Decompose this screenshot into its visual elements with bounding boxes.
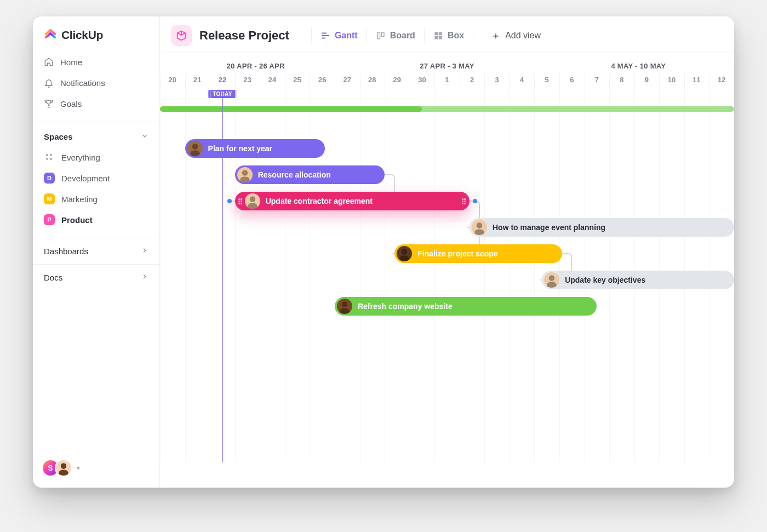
avatar (55, 459, 72, 477)
week-row: 20 APR - 26 APR27 APR - 3 MAY4 MAY - 10 … (160, 53, 734, 73)
gantt-task-bar[interactable]: Refresh company website (335, 297, 597, 316)
day-label: 20 (160, 73, 185, 90)
space-badge-icon: M (44, 193, 55, 204)
day-label: 7 (585, 73, 610, 90)
svg-rect-10 (434, 36, 438, 39)
svg-rect-13 (190, 151, 200, 157)
resize-handle-icon[interactable] (238, 197, 243, 205)
day-label: 11 (684, 73, 709, 90)
brand-logo-icon (44, 28, 57, 42)
nav-notifications[interactable]: Notifications (37, 72, 155, 93)
gantt-task-bar[interactable]: How to manage event planning (470, 218, 734, 237)
day-label: 28 (360, 73, 385, 90)
gantt-task-bar[interactable]: Plan for next year (185, 139, 325, 158)
gantt-task-bar[interactable]: Update key objectives (542, 271, 734, 289)
svg-rect-6 (377, 32, 380, 39)
nav-home[interactable]: Home (37, 52, 155, 72)
nav-goals[interactable]: Goals (37, 93, 155, 114)
gantt-task-bar[interactable]: Resource allocation (235, 165, 385, 184)
project-badge-icon (171, 25, 192, 46)
week-label: 27 APR - 3 MAY (351, 59, 542, 73)
svg-rect-11 (439, 36, 442, 39)
space-marketing[interactable]: M Marketing (37, 188, 155, 209)
sidebar: ClickUp Home Notifications Goals (33, 16, 160, 488)
chevron-right-icon (141, 247, 148, 256)
timeline-header: 20 APR - 26 APR27 APR - 3 MAY4 MAY - 10 … (160, 53, 734, 90)
add-view-label: Add view (505, 31, 541, 41)
sidebar-docs[interactable]: Docs (33, 264, 159, 290)
space-label: Marketing (61, 195, 98, 204)
day-label: 4 (510, 73, 535, 90)
day-label: 12 (709, 73, 734, 90)
dependency-handle-icon[interactable] (473, 199, 477, 203)
divider (311, 28, 312, 43)
bell-icon (44, 78, 54, 88)
task-label: Update key objectives (565, 276, 645, 284)
svg-point-16 (249, 196, 255, 202)
svg-rect-9 (439, 32, 442, 35)
tab-board[interactable]: Board (376, 31, 415, 41)
dependency-handle-icon[interactable] (227, 199, 232, 203)
day-label: 6 (559, 73, 585, 90)
day-label: 21 (185, 73, 210, 90)
brand-logo[interactable]: ClickUp (33, 16, 159, 49)
day-label: 27 (335, 73, 360, 90)
divider (424, 28, 425, 43)
day-label: 8 (609, 73, 634, 90)
row-label: Docs (44, 273, 62, 282)
home-icon (44, 57, 54, 67)
svg-rect-5 (59, 470, 68, 476)
gantt-chart-area[interactable]: Plan for next yearResource allocationUpd… (160, 90, 734, 462)
day-label: 26 (310, 73, 335, 90)
svg-rect-17 (248, 203, 257, 209)
divider (473, 28, 473, 43)
nav-label: Home (60, 58, 82, 67)
day-label: 10 (659, 73, 684, 90)
gantt-chart[interactable]: 20 APR - 26 APR27 APR - 3 MAY4 MAY - 10 … (160, 53, 734, 488)
svg-point-1 (50, 155, 51, 156)
nav-label: Goals (60, 99, 82, 108)
gantt-task-bar[interactable]: Update contractor agreement (235, 192, 470, 210)
svg-rect-23 (547, 282, 557, 288)
gantt-task-bar[interactable]: Finalize project scope (394, 244, 562, 263)
task-label: Refresh company website (358, 302, 453, 311)
grid-icon (44, 152, 55, 163)
add-view-button[interactable]: ＋ Add view (491, 29, 541, 42)
space-label: Product (61, 215, 93, 225)
tab-box[interactable]: Box (433, 31, 464, 41)
sidebar-dashboards[interactable]: Dashboards (33, 238, 159, 264)
tab-label: Gantt (335, 31, 358, 41)
day-label: 23 (235, 73, 260, 90)
task-label: Update contractor agreement (266, 197, 373, 205)
space-badge-icon: D (44, 173, 55, 184)
avatar (187, 141, 203, 156)
svg-point-12 (192, 144, 198, 150)
main: Release Project Gantt Board (160, 16, 734, 488)
avatar (472, 220, 487, 235)
spaces-list: Everything D Development M Marketing P P… (33, 146, 159, 238)
nav-label: Notifications (60, 78, 105, 88)
week-label: 4 MAY - 10 MAY (543, 59, 734, 73)
tab-gantt[interactable]: Gantt (320, 31, 358, 41)
space-badge-icon: P (44, 214, 55, 225)
view-tabs: Gantt Board Box ＋ (302, 28, 541, 43)
space-everything[interactable]: Everything (37, 147, 155, 168)
resize-handle-icon[interactable] (462, 197, 466, 205)
spaces-header[interactable]: Spaces (33, 122, 159, 146)
day-label: 9 (634, 73, 660, 90)
project-title: Release Project (199, 28, 289, 43)
tab-label: Box (448, 31, 464, 41)
topbar: Release Project Gantt Board (160, 16, 734, 53)
user-avatar-stack[interactable]: S ▼ (42, 459, 81, 477)
task-label: Finalize project scope (417, 249, 497, 258)
space-product[interactable]: P Product (37, 209, 155, 230)
board-icon (376, 31, 386, 41)
svg-point-14 (242, 170, 248, 176)
space-development[interactable]: D Development (37, 168, 155, 188)
svg-point-22 (549, 275, 555, 281)
tab-label: Board (390, 31, 415, 41)
day-label: 22TODAY (210, 73, 235, 90)
app-window: ClickUp Home Notifications Goals (33, 16, 734, 488)
space-label: Everything (61, 153, 100, 162)
space-label: Development (61, 174, 110, 183)
